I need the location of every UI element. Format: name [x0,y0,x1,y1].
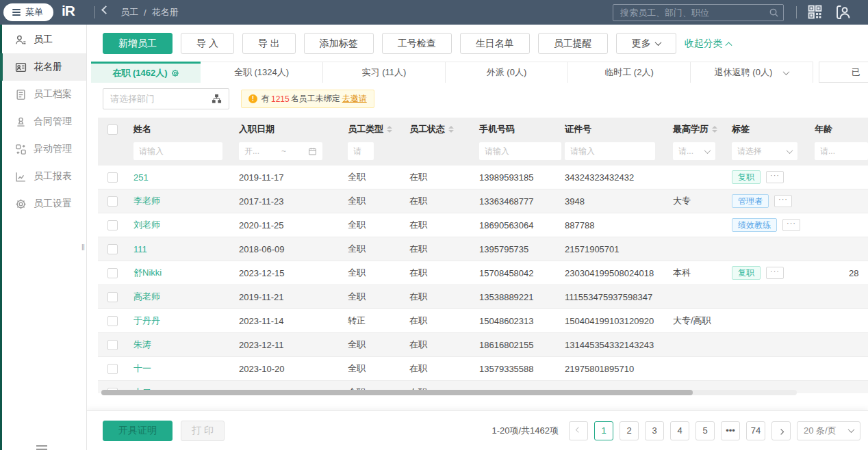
tags-filter-select[interactable]: 请选择 [732,142,797,160]
status-tab[interactable]: 退休返聘 (0人) [691,62,813,83]
tab-gear-icon[interactable] [171,69,179,77]
row-more-button[interactable]: ··· [766,267,784,279]
row-checkbox[interactable] [107,316,118,326]
sidebar-item-roster[interactable]: 花名册 [2,53,86,81]
row-more-button[interactable]: ··· [774,195,792,207]
name-filter-input[interactable] [133,142,222,160]
employee-name-link[interactable]: 舒Nikki [133,267,162,279]
employee-name-link[interactable]: 朱涛 [133,339,151,351]
page-button[interactable]: 1 [594,421,613,440]
row-checkbox[interactable] [107,340,118,350]
date-range-filter[interactable]: 开... ~ [239,142,322,160]
department-select[interactable]: 请选择部门 [103,88,229,109]
row-more-button[interactable]: ··· [782,219,800,231]
sidebar-item-transfers[interactable]: 异动管理 [2,135,86,163]
page-size-select[interactable]: 20 条/页 [797,421,860,440]
menu-button[interactable]: 菜单 [3,3,53,21]
employee-name-link[interactable]: 刘老师 [133,219,160,231]
row-checkbox[interactable] [107,220,118,230]
employee-tag[interactable]: 复职 [732,170,761,184]
sidebar-item-contracts[interactable]: 合同管理 [2,108,86,135]
hire-date-cell: 2019-11-17 [239,172,284,183]
horizontal-scrollbar-track[interactable] [101,390,797,395]
resigned-tab[interactable]: 已 [819,62,868,83]
sidebar-item-reports[interactable]: 员工报表 [2,163,86,190]
employee-name-link[interactable]: 高老师 [133,291,160,303]
status-tab[interactable]: 外派 (0人) [446,62,568,83]
select-all-checkbox[interactable] [107,124,118,135]
toolbar-button[interactable]: 生日名单 [460,33,530,54]
row-checkbox[interactable] [107,172,118,183]
sidebar-item-employee[interactable]: 员工 [2,26,86,53]
education-filter-select[interactable]: 请... [673,142,715,160]
type-filter-input[interactable] [348,142,374,160]
issue-certificate-button[interactable]: 开具证明 [103,421,173,441]
row-checkbox[interactable] [107,268,118,278]
row-checkbox[interactable] [107,364,118,374]
back-icon[interactable] [101,5,110,14]
page-button[interactable]: 5 [695,421,715,440]
more-button[interactable]: 更多 [616,33,676,54]
sidebar-item-label: 异动管理 [34,143,72,155]
phone-filter-input[interactable] [479,142,561,160]
employee-name-link[interactable]: 251 [133,172,149,183]
tab-chevron-icon[interactable] [783,68,790,75]
breadcrumb-parent[interactable]: 员工 [120,6,138,18]
chevron-left-icon [576,427,581,432]
toolbar-button[interactable]: 员工提醒 [538,33,608,54]
invite-link[interactable]: 去邀请 [342,93,367,105]
employee-name-link[interactable]: 李老师 [133,195,160,207]
status-tab[interactable]: 临时工 (2人) [568,62,691,83]
sidebar-resize-handle[interactable]: ‖ [81,242,86,252]
page-button[interactable]: 74 [746,421,765,440]
status-cell: 在职 [409,362,427,375]
page-button[interactable]: 3 [645,421,664,440]
status-tab[interactable]: 实习 (11人) [323,62,446,83]
horizontal-scrollbar-thumb[interactable] [101,390,693,395]
collapse-categories-link[interactable]: 收起分类 [685,38,731,50]
toolbar-button[interactable]: 导 入 [181,33,234,54]
toolbar-button[interactable]: 导 出 [242,33,296,54]
global-search-input[interactable] [613,4,784,21]
sidebar-item-settings[interactable]: 员工设置 [2,190,86,217]
employee-name-link[interactable]: 111 [133,244,147,254]
sidebar-item-label: 员工档案 [34,88,72,101]
page-button[interactable]: 2 [620,421,639,440]
print-button[interactable]: 打 印 [181,421,225,441]
toolbar-button[interactable]: 添加标签 [304,33,374,54]
page-button[interactable]: 4 [670,421,689,440]
status-cell: 在职 [409,171,427,183]
next-page-button[interactable] [771,421,791,440]
employee-tag[interactable]: 复职 [732,266,761,280]
prev-page-button[interactable] [569,421,588,440]
cert-filter-input[interactable] [565,142,655,160]
row-checkbox[interactable] [107,244,118,254]
status-tab[interactable]: 在职 (1462人) [91,62,201,83]
breadcrumb-current: 花名册 [152,6,179,18]
employee-tag[interactable]: 绩效教练 [732,218,777,232]
status-tab[interactable]: 全职 (1324人) [201,62,323,83]
row-checkbox[interactable] [107,196,118,207]
employee-tag[interactable]: 管理者 [732,194,769,208]
topbar-divider [796,6,797,18]
column-header-type: 员工类型 [348,123,383,135]
add-employee-button[interactable]: 新增员工 [103,33,173,54]
sort-icon[interactable] [387,126,392,133]
page-button[interactable]: ••• [721,421,740,440]
age-filter-input[interactable] [815,142,868,160]
employee-name-link[interactable]: 于丹丹 [133,315,160,327]
row-more-button[interactable]: ··· [766,171,784,183]
column-header-name: 姓名 [133,123,151,135]
qr-code-icon[interactable] [808,5,822,19]
toolbar-button[interactable]: 工号检查 [382,33,452,54]
row-checkbox[interactable] [107,292,118,302]
sidebar-item-archives[interactable]: 员工档案 [2,81,86,108]
table-filter-row: 开... ~ 请.. [98,141,868,166]
type-cell: 全职 [348,171,366,183]
employee-name-link[interactable]: 十一 [133,362,151,375]
table-footer: 开具证明 打 印 1-20项/共1462项 1 2 3 [87,410,868,450]
sort-icon[interactable] [712,126,717,133]
sidebar-collapse-icon[interactable] [36,445,47,450]
profile-icon[interactable] [836,5,851,20]
sort-icon[interactable] [448,126,454,133]
